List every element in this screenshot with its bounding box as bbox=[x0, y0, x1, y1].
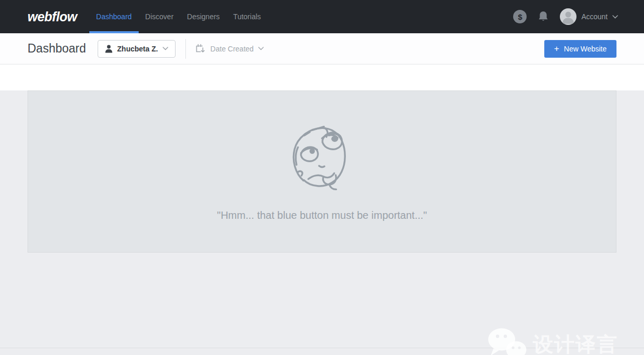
billing-dollar-icon[interactable]: $ bbox=[513, 10, 527, 23]
left-pupil bbox=[310, 148, 315, 153]
avatar bbox=[560, 8, 576, 25]
chevron-down-icon bbox=[612, 15, 618, 19]
thinking-face-doodle bbox=[288, 122, 356, 194]
new-website-button[interactable]: + New Website bbox=[544, 40, 616, 58]
chevron-down-icon bbox=[163, 47, 168, 50]
empty-state-panel: "Hmm... that blue button must be importa… bbox=[28, 90, 616, 253]
main-content: "Hmm... that blue button must be importa… bbox=[0, 90, 644, 355]
account-menu[interactable]: Account bbox=[560, 8, 618, 25]
person-icon bbox=[105, 45, 113, 53]
nav-item-discover[interactable]: Discover bbox=[139, 0, 180, 33]
page-title: Dashboard bbox=[28, 42, 86, 56]
calendar-sort-icon bbox=[196, 44, 206, 54]
plus-icon: + bbox=[554, 45, 559, 52]
sort-dropdown[interactable]: Date Created bbox=[196, 44, 264, 54]
header-divider bbox=[185, 39, 186, 59]
webflow-logo[interactable]: webflow bbox=[28, 9, 77, 24]
user-filter-value: Zhucbeta Z. bbox=[117, 45, 158, 53]
nav-item-dashboard[interactable]: Dashboard bbox=[89, 0, 139, 33]
topbar-right: $ Account bbox=[513, 0, 618, 33]
top-navbar: webflow Dashboard Discover Designers Tut… bbox=[0, 0, 644, 33]
empty-state-quote: "Hmm... that blue button must be importa… bbox=[217, 209, 427, 221]
main-nav: Dashboard Discover Designers Tutorials bbox=[89, 0, 267, 33]
account-label: Account bbox=[581, 12, 608, 21]
chevron-down-icon bbox=[258, 47, 264, 50]
nav-item-tutorials[interactable]: Tutorials bbox=[226, 0, 267, 33]
right-pupil bbox=[331, 136, 338, 141]
footer: ? Help & Support Forum Tutorials bbox=[0, 348, 644, 355]
user-filter-dropdown[interactable]: Zhucbeta Z. bbox=[98, 40, 176, 58]
sort-value: Date Created bbox=[210, 45, 253, 53]
notifications-bell-icon[interactable] bbox=[538, 11, 548, 22]
page-header: Dashboard Zhucbeta Z. Date Created + New… bbox=[0, 33, 644, 64]
nav-item-designers[interactable]: Designers bbox=[180, 0, 226, 33]
new-website-label: New Website bbox=[564, 45, 607, 53]
